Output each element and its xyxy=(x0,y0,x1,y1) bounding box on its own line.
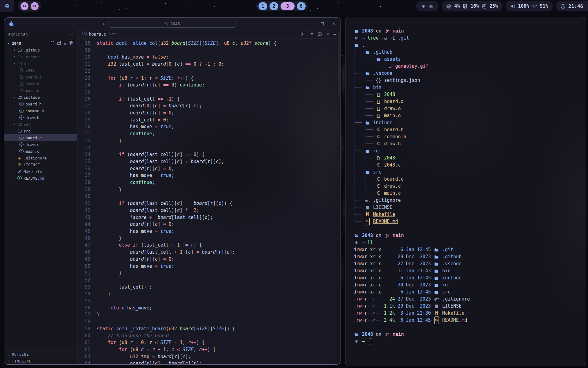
code-line[interactable]: 64 board[r][c] = board[c][r]; xyxy=(77,360,341,364)
code-line[interactable]: 45 has_move = true; xyxy=(77,228,341,235)
code-line[interactable]: 61 for (u8 r = 0; r < SIZE - 1; r++) { xyxy=(77,339,341,346)
code-line[interactable]: 40 xyxy=(77,193,341,200)
code-line[interactable]: 30 has_move = true; xyxy=(77,123,341,130)
explorer-more-icon[interactable]: ⋯ xyxy=(70,32,73,37)
new-file-icon[interactable] xyxy=(50,41,54,45)
code-line[interactable]: 53 last_cell++; xyxy=(77,284,341,291)
code-line[interactable]: 39 } xyxy=(77,186,341,193)
code-line[interactable]: 50 has_move = true; xyxy=(77,263,341,270)
code-line[interactable]: 60 // transpose the board xyxy=(77,332,341,339)
code-line[interactable]: 63 u32 tmp = board[r][c]; xyxy=(77,353,341,360)
code-line[interactable]: 48 board[last_cell + 1][c] = board[r][c]… xyxy=(77,249,341,256)
explorer-item-vscode[interactable]: ›.vscode xyxy=(4,53,77,60)
code-line[interactable]: 34 if (board[last_cell][c] == 0) { xyxy=(77,151,341,158)
explorer-item-common-h[interactable]: Hcommon.h xyxy=(4,107,77,114)
code-line[interactable]: 33 xyxy=(77,144,341,151)
code-line[interactable]: 58 xyxy=(77,318,341,325)
media-next-button[interactable] xyxy=(31,2,39,10)
explorer-item-draw-o[interactable]: draw.o xyxy=(4,80,77,87)
new-folder-icon[interactable] xyxy=(57,41,61,45)
explorer-item-main-c[interactable]: Cmain.c xyxy=(4,148,77,155)
code-line[interactable]: 42 board[last_cell][c] *= 2; xyxy=(77,207,341,214)
code-line[interactable]: 22 xyxy=(77,68,341,75)
refresh-icon[interactable]: ↻ xyxy=(64,41,66,46)
code-line[interactable]: 47 else if (last_cell + 1 != r) { xyxy=(77,242,341,249)
more-actions-icon[interactable]: ⋯ xyxy=(334,32,336,36)
network-pill[interactable] xyxy=(416,1,439,11)
back-icon[interactable]: ← xyxy=(103,21,106,27)
code-line[interactable]: 21 i32 last_cell = board[0][c] == 0 ? -1… xyxy=(77,61,341,68)
code-line[interactable]: 46 } xyxy=(77,235,341,242)
code-line[interactable]: 31 continue; xyxy=(77,130,341,137)
code-line[interactable]: 41 if (board[last_cell][c] == board[r][c… xyxy=(77,200,341,207)
code-line[interactable]: 38 continue; xyxy=(77,179,341,186)
code-line[interactable]: 20 bool has_move = false; xyxy=(77,54,341,61)
code-line[interactable]: 35 board[last_cell][c] = board[r][c]; xyxy=(77,158,341,165)
explorer-item-LICENSE[interactable]: LICENSE xyxy=(4,161,77,168)
explorer-item-main-o[interactable]: main.o xyxy=(4,87,77,94)
code-line[interactable]: 36 board[r][c] = 0; xyxy=(77,165,341,172)
workspace-1[interactable]: 1 xyxy=(258,2,267,10)
explorer-item-include[interactable]: ›include xyxy=(4,94,77,101)
workspace-2[interactable]: 2 xyxy=(270,2,278,10)
workspace-3-active[interactable]: 3 xyxy=(281,2,295,10)
explorer-item-README-md[interactable]: iREADME.md xyxy=(4,175,77,182)
code-line[interactable]: 19 xyxy=(77,47,341,54)
code-line[interactable]: 27 board[0][c] = board[r][c]; xyxy=(77,102,341,109)
system-stats-pill[interactable]: 4% 16% 25% xyxy=(442,1,502,11)
explorer-item-ref[interactable]: ›ref xyxy=(4,121,77,128)
audio-network-pill[interactable]: 100% 91% xyxy=(506,1,553,11)
tab-file-name[interactable]: board.c xyxy=(89,32,106,36)
code-line[interactable]: 32 } xyxy=(77,137,341,144)
code-line[interactable]: 57} xyxy=(77,311,341,318)
code-line[interactable]: 56 return has_move; xyxy=(77,305,341,312)
timeline-panel[interactable]: › TIMELINE xyxy=(4,358,77,364)
workspace-8[interactable]: 8 xyxy=(297,2,306,10)
explorer-item-src[interactable]: ›src xyxy=(4,128,77,134)
code-line[interactable]: 44 board[r][c] = 0; xyxy=(77,221,341,228)
code-line[interactable]: 52 xyxy=(77,277,341,284)
split-editor-icon[interactable] xyxy=(318,32,322,36)
code-line[interactable]: 43 *score += board[last_cell][c]; xyxy=(77,214,341,221)
minimize-icon[interactable]: — xyxy=(310,21,312,26)
code-line[interactable]: 26 if (last_cell == -1) { xyxy=(77,96,341,103)
explorer-item-gitignore[interactable]: ◈.gitignore xyxy=(4,155,77,161)
code-line[interactable]: 62 for (u8 c = r + 1; c < SIZE; c++) { xyxy=(77,346,341,353)
code-line[interactable]: 59static void _rotate_board(u32 board[SI… xyxy=(77,325,341,332)
command-center-search[interactable]: 2048 xyxy=(108,20,236,28)
explorer-item-board-c[interactable]: Cboard.c xyxy=(4,134,77,141)
code-line[interactable]: 28 board[r][c] = 0; xyxy=(77,109,341,117)
explorer-item-board-h[interactable]: Hboard.h xyxy=(4,101,77,107)
explorer-item-github[interactable]: ›.github xyxy=(4,47,77,53)
code-line[interactable]: 25 xyxy=(77,89,341,96)
outline-panel[interactable]: › OUTLINE xyxy=(4,351,77,358)
explorer-item-board-o[interactable]: board.o xyxy=(4,74,77,80)
editor-titlebar[interactable]: ← → 2048 — × xyxy=(4,18,341,29)
code-line[interactable]: 51 } xyxy=(77,270,341,277)
code-line[interactable]: 24 if (board[r][c] == 0) continue; xyxy=(77,82,341,89)
run-button[interactable]: ⌄ xyxy=(300,32,306,36)
close-tab-icon[interactable]: × xyxy=(326,31,329,37)
collapse-all-icon[interactable] xyxy=(69,41,74,45)
code-line[interactable]: 18static bool _slide_col(u32 board[SIZE]… xyxy=(77,40,341,47)
explorer-root-folder[interactable]: › 2048 ↻ xyxy=(4,40,77,47)
code-line[interactable]: 29 last_cell = 0; xyxy=(77,117,341,124)
explorer-item-draw-c[interactable]: Cdraw.c xyxy=(4,141,77,148)
code-line[interactable]: 49 board[r][c] = 0; xyxy=(77,256,341,263)
explorer-item-2048[interactable]: 2048 xyxy=(4,67,77,74)
code-line[interactable]: 55 xyxy=(77,297,341,305)
media-prev-button[interactable] xyxy=(21,2,28,10)
gear-icon[interactable]: ⚙ xyxy=(311,32,313,36)
maximize-icon[interactable] xyxy=(321,22,324,25)
code-editor[interactable]: 18static bool _slide_col(u32 board[SIZE]… xyxy=(77,39,341,364)
code-line[interactable]: 54 } xyxy=(77,290,341,297)
explorer-item-bin[interactable]: ›bin xyxy=(4,60,77,67)
code-line[interactable]: 23 for (u8 r = 1; r < SIZE; r++) { xyxy=(77,75,341,82)
explorer-item-Makefile[interactable]: Makefile xyxy=(4,168,77,175)
clock-pill[interactable]: 21:46 xyxy=(556,1,588,11)
close-icon[interactable]: × xyxy=(332,21,335,26)
nix-launcher-button[interactable]: ❄ xyxy=(0,0,14,12)
explorer-item-draw-h[interactable]: Hdraw.h xyxy=(4,114,77,121)
code-line[interactable]: 37 has_move = true; xyxy=(77,172,341,179)
terminal-content[interactable]: 2048 on main❄ → tree -a -I .git .├── .gi… xyxy=(353,28,583,363)
